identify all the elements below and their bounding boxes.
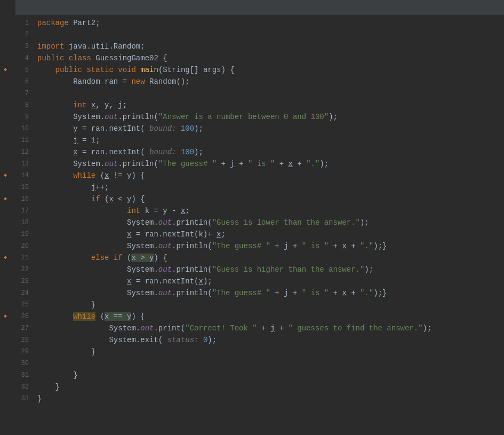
breakpoint-marker <box>0 205 11 217</box>
line-number: 9 <box>11 111 33 123</box>
line-number: 5 <box>11 64 33 76</box>
code-line: } <box>35 381 431 393</box>
breakpoint-marker <box>0 217 11 228</box>
line-number: 19 <box>11 228 33 240</box>
code-line: } <box>35 346 431 358</box>
breakpoint-marker <box>0 99 11 111</box>
breakpoint-marker <box>0 393 11 405</box>
line-number: 6 <box>11 76 33 88</box>
breakpoint-marker <box>0 264 11 275</box>
code-line: public static void main(String[] args) { <box>35 64 431 76</box>
line-number: 23 <box>11 275 33 287</box>
code-line: x = ran.nextInt(x); <box>35 275 431 287</box>
breakpoint-marker <box>0 240 11 252</box>
breakpoint-marker <box>0 381 11 393</box>
line-number: 26 <box>11 311 33 322</box>
line-number: 31 <box>11 369 33 381</box>
line-number: 20 <box>11 240 33 252</box>
code-line: } <box>35 369 431 381</box>
breakpoint-marker <box>0 17 11 29</box>
breakpoint-marker <box>0 287 11 299</box>
code-line: import java.util.Random; <box>35 41 431 52</box>
line-number: 32 <box>11 381 33 393</box>
line-number: 25 <box>11 299 33 311</box>
breakpoint-marker <box>0 111 11 123</box>
code-line: j++; <box>35 181 431 193</box>
breakpoint-marker <box>0 41 11 52</box>
code-line: System.out.println("Guess is lower than … <box>35 217 431 228</box>
line-number: 17 <box>11 205 33 217</box>
code-line: while (x != y) { <box>35 170 431 181</box>
breakpoint-marker <box>0 322 11 334</box>
code-line: y = ran.nextInt( bound: 100); <box>35 123 431 135</box>
code-line <box>35 88 431 99</box>
line-number: 28 <box>11 334 33 346</box>
line-number: 7 <box>11 88 33 99</box>
breakpoint-marker <box>0 123 11 135</box>
code-area[interactable]: package Part2;import java.util.Random;pu… <box>33 15 431 435</box>
line-number: 13 <box>11 158 33 170</box>
code-line: package Part2; <box>35 17 431 29</box>
code-line: System.out.print("Correct! Took " + j + … <box>35 322 431 334</box>
breakpoint-marker <box>0 52 11 64</box>
code-line: else if (x > y) { <box>35 252 431 264</box>
line-number: 22 <box>11 264 33 275</box>
line-number: 15 <box>11 181 33 193</box>
line-number: 4 <box>11 52 33 64</box>
active-tab[interactable] <box>0 0 15 15</box>
code-line: public class GuessingGame02 { <box>35 52 431 64</box>
code-line: Random ran = new Random(); <box>35 76 431 88</box>
line-number: 1 <box>11 17 33 29</box>
line-number: 18 <box>11 217 33 228</box>
breakpoint-marker <box>0 369 11 381</box>
line-number: 10 <box>11 123 33 135</box>
breakpoint-marker <box>0 88 11 99</box>
line-number: 14 <box>11 170 33 181</box>
breakpoint-marker <box>0 76 11 88</box>
line-number: 33 <box>11 393 33 405</box>
line-number: 30 <box>11 358 33 369</box>
code-line: System.out.println("The guess# " + j + "… <box>35 287 431 299</box>
line-number: 2 <box>11 29 33 41</box>
breakpoint-marker <box>0 146 11 158</box>
line-number: 12 <box>11 146 33 158</box>
breakpoint-marker <box>0 358 11 369</box>
tab-bar <box>0 0 504 15</box>
line-number: 21 <box>11 252 33 264</box>
breakpoint-marker <box>0 135 11 146</box>
line-number: 8 <box>11 99 33 111</box>
code-line: int x, y, j; <box>35 99 431 111</box>
code-line: System.out.println("The guess# " + j + "… <box>35 240 431 252</box>
breakpoint-marker <box>0 346 11 358</box>
code-line: System.out.println("Answer is a number b… <box>35 111 431 123</box>
breakpoint-column: ◆◆◆◆◆ <box>0 15 11 435</box>
line-number: 24 <box>11 287 33 299</box>
code-line: if (x < y) { <box>35 193 431 205</box>
editor-content: ◆◆◆◆◆ 1234567891011121314151617181920212… <box>0 15 431 435</box>
breakpoint-marker <box>0 334 11 346</box>
line-number: 11 <box>11 135 33 146</box>
line-number: 27 <box>11 322 33 334</box>
breakpoint-marker: ◆ <box>0 193 11 205</box>
breakpoint-marker <box>0 181 11 193</box>
code-line <box>35 358 431 369</box>
line-numbers: 1234567891011121314151617181920212223242… <box>11 15 33 435</box>
editor-window: ◆◆◆◆◆ 1234567891011121314151617181920212… <box>0 0 504 435</box>
breakpoint-marker: ◆ <box>0 252 11 264</box>
breakpoint-marker <box>0 29 11 41</box>
line-number: 29 <box>11 346 33 358</box>
code-line: System.out.println("Guess is higher than… <box>35 264 431 275</box>
code-line: x = ran.nextInt(k)+ x; <box>35 228 431 240</box>
code-line: j = 1; <box>35 135 431 146</box>
breakpoint-marker: ◆ <box>0 170 11 181</box>
line-number: 3 <box>11 41 33 52</box>
code-line: System.exit( status: 0); <box>35 334 431 346</box>
breakpoint-marker <box>0 299 11 311</box>
code-line: while (x == y) { <box>35 311 431 322</box>
code-line: System.out.println("The guess# " + j + "… <box>35 158 431 170</box>
breakpoint-marker <box>0 228 11 240</box>
code-line: } <box>35 393 431 405</box>
code-line: } <box>35 299 431 311</box>
line-number: 16 <box>11 193 33 205</box>
breakpoint-marker <box>0 275 11 287</box>
